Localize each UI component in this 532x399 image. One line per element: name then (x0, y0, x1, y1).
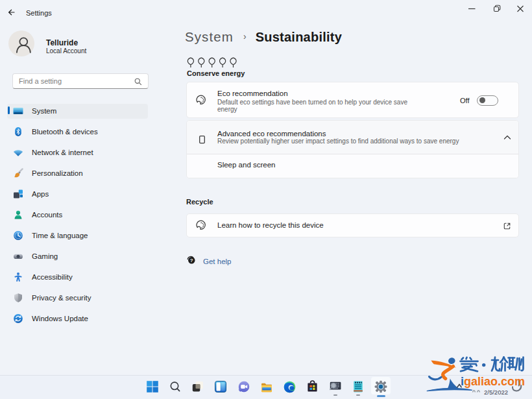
svg-text:?: ? (190, 258, 193, 263)
